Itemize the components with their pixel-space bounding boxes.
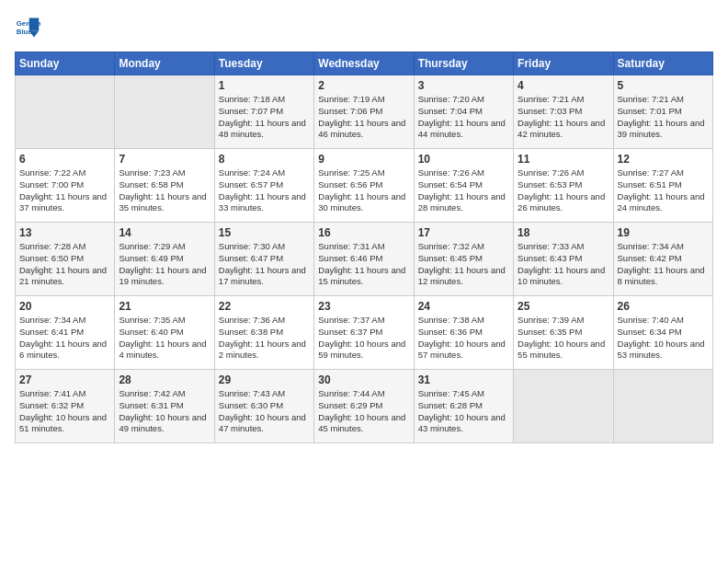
- header-row: SundayMondayTuesdayWednesdayThursdayFrid…: [16, 52, 713, 75]
- day-number: 27: [19, 373, 110, 386]
- day-number: 7: [119, 153, 210, 166]
- calendar-cell: 1Sunrise: 7:18 AMSunset: 7:07 PMDaylight…: [214, 75, 313, 149]
- day-content: Sunrise: 7:26 AMSunset: 6:53 PMDaylight:…: [518, 167, 609, 214]
- day-content: Sunrise: 7:34 AMSunset: 6:42 PMDaylight:…: [618, 241, 709, 288]
- day-number: 29: [219, 373, 310, 386]
- header-day-monday: Monday: [115, 52, 214, 75]
- calendar-cell: 20Sunrise: 7:34 AMSunset: 6:41 PMDayligh…: [16, 296, 115, 370]
- week-row: 27Sunrise: 7:41 AMSunset: 6:32 PMDayligh…: [16, 370, 713, 443]
- day-content: Sunrise: 7:38 AMSunset: 6:36 PMDaylight:…: [418, 315, 509, 362]
- day-number: 5: [618, 79, 709, 92]
- day-content: Sunrise: 7:28 AMSunset: 6:50 PMDaylight:…: [19, 241, 110, 288]
- day-number: 19: [618, 226, 709, 239]
- day-number: 4: [518, 79, 609, 92]
- day-content: Sunrise: 7:19 AMSunset: 7:06 PMDaylight:…: [318, 94, 409, 141]
- day-content: Sunrise: 7:26 AMSunset: 6:54 PMDaylight:…: [418, 167, 509, 214]
- calendar-cell: 21Sunrise: 7:35 AMSunset: 6:40 PMDayligh…: [115, 296, 214, 370]
- calendar-cell: 10Sunrise: 7:26 AMSunset: 6:54 PMDayligh…: [414, 149, 513, 223]
- calendar-cell: [514, 370, 613, 443]
- calendar-header: SundayMondayTuesdayWednesdayThursdayFrid…: [16, 52, 713, 75]
- day-number: 1: [219, 79, 310, 92]
- day-number: 26: [618, 300, 709, 313]
- day-content: Sunrise: 7:23 AMSunset: 6:58 PMDaylight:…: [119, 167, 210, 214]
- day-number: 2: [318, 79, 409, 92]
- calendar-cell: 26Sunrise: 7:40 AMSunset: 6:34 PMDayligh…: [613, 296, 712, 370]
- calendar-table: SundayMondayTuesdayWednesdayThursdayFrid…: [15, 52, 713, 443]
- day-number: 23: [318, 300, 409, 313]
- day-number: 9: [318, 153, 409, 166]
- day-content: Sunrise: 7:30 AMSunset: 6:47 PMDaylight:…: [219, 241, 310, 288]
- header-day-sunday: Sunday: [16, 52, 115, 75]
- calendar-cell: 7Sunrise: 7:23 AMSunset: 6:58 PMDaylight…: [115, 149, 214, 223]
- calendar-cell: [613, 370, 712, 443]
- day-content: Sunrise: 7:35 AMSunset: 6:40 PMDaylight:…: [119, 315, 210, 362]
- calendar-cell: 14Sunrise: 7:29 AMSunset: 6:49 PMDayligh…: [115, 223, 214, 296]
- day-content: Sunrise: 7:34 AMSunset: 6:41 PMDaylight:…: [19, 315, 110, 362]
- day-content: Sunrise: 7:24 AMSunset: 6:57 PMDaylight:…: [219, 167, 310, 214]
- week-row: 6Sunrise: 7:22 AMSunset: 7:00 PMDaylight…: [16, 149, 713, 223]
- calendar-cell: 5Sunrise: 7:21 AMSunset: 7:01 PMDaylight…: [613, 75, 712, 149]
- day-number: 10: [418, 153, 509, 166]
- day-number: 24: [418, 300, 509, 313]
- day-number: 16: [318, 226, 409, 239]
- day-number: 31: [418, 373, 509, 386]
- header-day-wednesday: Wednesday: [314, 52, 414, 75]
- day-content: Sunrise: 7:25 AMSunset: 6:56 PMDaylight:…: [318, 167, 409, 214]
- svg-text:Blue: Blue: [17, 28, 33, 36]
- day-content: Sunrise: 7:40 AMSunset: 6:34 PMDaylight:…: [618, 315, 709, 362]
- calendar-cell: 3Sunrise: 7:20 AMSunset: 7:04 PMDaylight…: [414, 75, 513, 149]
- calendar-cell: 17Sunrise: 7:32 AMSunset: 6:45 PMDayligh…: [414, 223, 513, 296]
- calendar-cell: 9Sunrise: 7:25 AMSunset: 6:56 PMDaylight…: [314, 149, 414, 223]
- day-content: Sunrise: 7:32 AMSunset: 6:45 PMDaylight:…: [418, 241, 509, 288]
- day-number: 17: [418, 226, 509, 239]
- page-header: General Blue: [15, 15, 713, 40]
- day-content: Sunrise: 7:21 AMSunset: 7:01 PMDaylight:…: [618, 94, 709, 141]
- week-row: 13Sunrise: 7:28 AMSunset: 6:50 PMDayligh…: [16, 223, 713, 296]
- calendar-cell: 8Sunrise: 7:24 AMSunset: 6:57 PMDaylight…: [214, 149, 313, 223]
- calendar-cell: 2Sunrise: 7:19 AMSunset: 7:06 PMDaylight…: [314, 75, 414, 149]
- calendar-cell: 12Sunrise: 7:27 AMSunset: 6:51 PMDayligh…: [613, 149, 712, 223]
- calendar-cell: 25Sunrise: 7:39 AMSunset: 6:35 PMDayligh…: [514, 296, 613, 370]
- header-day-saturday: Saturday: [613, 52, 712, 75]
- calendar-cell: 11Sunrise: 7:26 AMSunset: 6:53 PMDayligh…: [514, 149, 613, 223]
- day-number: 13: [19, 226, 110, 239]
- calendar-cell: 30Sunrise: 7:44 AMSunset: 6:29 PMDayligh…: [314, 370, 414, 443]
- day-number: 6: [19, 153, 110, 166]
- day-content: Sunrise: 7:18 AMSunset: 7:07 PMDaylight:…: [219, 94, 310, 141]
- calendar-cell: 29Sunrise: 7:43 AMSunset: 6:30 PMDayligh…: [214, 370, 313, 443]
- header-day-friday: Friday: [514, 52, 613, 75]
- calendar-cell: 15Sunrise: 7:30 AMSunset: 6:47 PMDayligh…: [214, 223, 313, 296]
- day-content: Sunrise: 7:22 AMSunset: 7:00 PMDaylight:…: [19, 167, 110, 214]
- calendar-cell: 24Sunrise: 7:38 AMSunset: 6:36 PMDayligh…: [414, 296, 513, 370]
- calendar-cell: [115, 75, 214, 149]
- logo: General Blue: [15, 15, 44, 40]
- calendar-cell: 28Sunrise: 7:42 AMSunset: 6:31 PMDayligh…: [115, 370, 214, 443]
- calendar-cell: 18Sunrise: 7:33 AMSunset: 6:43 PMDayligh…: [514, 223, 613, 296]
- day-number: 18: [518, 226, 609, 239]
- day-content: Sunrise: 7:42 AMSunset: 6:31 PMDaylight:…: [119, 388, 210, 435]
- week-row: 1Sunrise: 7:18 AMSunset: 7:07 PMDaylight…: [16, 75, 713, 149]
- calendar-body: 1Sunrise: 7:18 AMSunset: 7:07 PMDaylight…: [16, 75, 713, 443]
- day-number: 30: [318, 373, 409, 386]
- week-row: 20Sunrise: 7:34 AMSunset: 6:41 PMDayligh…: [16, 296, 713, 370]
- day-content: Sunrise: 7:45 AMSunset: 6:28 PMDaylight:…: [418, 388, 509, 435]
- day-number: 8: [219, 153, 310, 166]
- day-content: Sunrise: 7:20 AMSunset: 7:04 PMDaylight:…: [418, 94, 509, 141]
- day-number: 21: [119, 300, 210, 313]
- svg-text:General: General: [17, 19, 40, 28]
- day-content: Sunrise: 7:31 AMSunset: 6:46 PMDaylight:…: [318, 241, 409, 288]
- day-number: 12: [618, 153, 709, 166]
- day-number: 20: [19, 300, 110, 313]
- calendar-cell: 16Sunrise: 7:31 AMSunset: 6:46 PMDayligh…: [314, 223, 414, 296]
- day-number: 25: [518, 300, 609, 313]
- day-content: Sunrise: 7:37 AMSunset: 6:37 PMDaylight:…: [318, 315, 409, 362]
- calendar-cell: 27Sunrise: 7:41 AMSunset: 6:32 PMDayligh…: [16, 370, 115, 443]
- day-content: Sunrise: 7:36 AMSunset: 6:38 PMDaylight:…: [219, 315, 310, 362]
- calendar-cell: 6Sunrise: 7:22 AMSunset: 7:00 PMDaylight…: [16, 149, 115, 223]
- day-content: Sunrise: 7:41 AMSunset: 6:32 PMDaylight:…: [19, 388, 110, 435]
- calendar-cell: 22Sunrise: 7:36 AMSunset: 6:38 PMDayligh…: [214, 296, 313, 370]
- day-content: Sunrise: 7:29 AMSunset: 6:49 PMDaylight:…: [119, 241, 210, 288]
- calendar-cell: 19Sunrise: 7:34 AMSunset: 6:42 PMDayligh…: [613, 223, 712, 296]
- day-number: 3: [418, 79, 509, 92]
- header-day-tuesday: Tuesday: [214, 52, 313, 75]
